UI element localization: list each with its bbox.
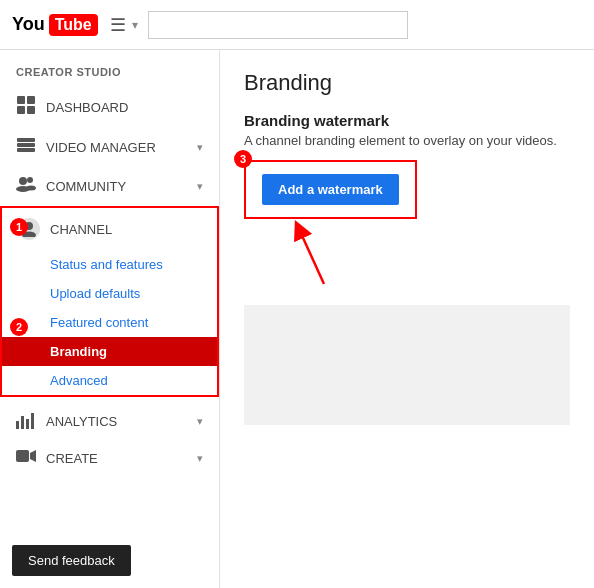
svg-rect-3	[27, 106, 35, 114]
arrow-annotation	[244, 219, 570, 289]
header-search	[148, 11, 582, 39]
sidebar-item-video-manager[interactable]: VIDEO MANAGER ▾	[0, 128, 219, 166]
create-chevron: ▾	[197, 452, 203, 465]
channel-section: 1 CHANNEL 2 Status and features Upload d…	[0, 206, 219, 397]
watermark-desc: A channel branding element to overlay on…	[244, 133, 570, 148]
create-label: CREATE	[46, 451, 187, 466]
sidebar-item-analytics[interactable]: ANALYTICS ▾	[0, 403, 219, 439]
badge-2: 2	[10, 318, 28, 336]
svg-point-7	[19, 177, 27, 185]
svg-rect-5	[17, 143, 35, 147]
video-manager-icon	[16, 138, 36, 156]
main-layout: CREATOR STUDIO DASHBOARD	[0, 50, 594, 588]
svg-rect-2	[17, 106, 25, 114]
youtube-logo[interactable]: You Tube	[12, 14, 98, 36]
sub-item-featured-content[interactable]: Featured content	[2, 308, 217, 337]
analytics-icon	[16, 413, 36, 429]
create-icon	[16, 449, 36, 467]
header: You Tube ☰ ▾	[0, 0, 594, 50]
video-manager-chevron: ▾	[197, 141, 203, 154]
community-label: COMMUNITY	[46, 179, 187, 194]
community-chevron: ▾	[197, 180, 203, 193]
channel-label: CHANNEL	[50, 222, 112, 237]
main-content: Branding Branding watermark A channel br…	[220, 50, 594, 588]
sidebar-item-dashboard[interactable]: DASHBOARD	[0, 86, 219, 128]
analytics-label: ANALYTICS	[46, 414, 187, 429]
svg-line-16	[299, 229, 324, 284]
svg-point-8	[27, 177, 33, 183]
creator-studio-title: CREATOR STUDIO	[0, 50, 219, 86]
watermark-area: Add a watermark	[244, 160, 417, 219]
dashboard-icon	[16, 96, 36, 118]
sub-item-branding[interactable]: Branding	[2, 337, 217, 366]
svg-rect-6	[17, 148, 35, 152]
svg-marker-14	[30, 450, 36, 462]
video-manager-label: VIDEO MANAGER	[46, 140, 187, 155]
logo-you: You	[12, 14, 45, 35]
dashboard-label: DASHBOARD	[46, 100, 203, 115]
page-title: Branding	[244, 70, 570, 96]
watermark-title: Branding watermark	[244, 112, 570, 129]
svg-rect-13	[16, 450, 29, 462]
sidebar: CREATOR STUDIO DASHBOARD	[0, 50, 220, 588]
arrow-svg	[244, 219, 364, 289]
svg-rect-4	[17, 138, 35, 142]
channel-subitems: 2 Status and features Upload defaults Fe…	[2, 250, 217, 395]
logo-tube: Tube	[49, 14, 98, 36]
search-input[interactable]	[148, 11, 409, 39]
sidebar-item-create[interactable]: CREATE ▾	[0, 439, 219, 477]
sub-item-advanced[interactable]: Advanced	[2, 366, 217, 395]
sub-item-status-features[interactable]: Status and features	[2, 250, 217, 279]
sub-item-upload-defaults[interactable]: Upload defaults	[2, 279, 217, 308]
dropdown-arrow-icon: ▾	[132, 18, 138, 32]
svg-rect-0	[17, 96, 25, 104]
gray-content-area	[244, 305, 570, 425]
send-feedback-button[interactable]: Send feedback	[12, 545, 131, 576]
badge-3: 3	[234, 150, 252, 168]
branding-watermark-section: Branding watermark A channel branding el…	[244, 112, 570, 289]
sidebar-item-community[interactable]: COMMUNITY ▾	[0, 166, 219, 206]
analytics-chevron: ▾	[197, 415, 203, 428]
sidebar-item-channel[interactable]: CHANNEL	[2, 208, 217, 250]
add-watermark-button[interactable]: Add a watermark	[262, 174, 399, 205]
svg-rect-1	[27, 96, 35, 104]
hamburger-icon[interactable]: ☰	[110, 14, 126, 36]
badge-1: 1	[10, 218, 28, 236]
community-icon	[16, 176, 36, 196]
svg-point-10	[26, 186, 36, 191]
